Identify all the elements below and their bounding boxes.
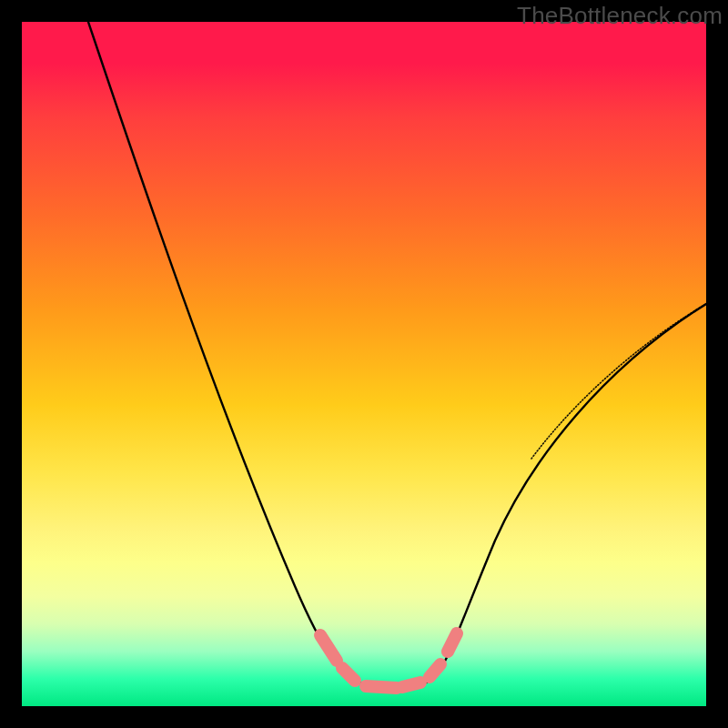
plot-area [22,22,706,706]
svg-line-5 [448,633,457,652]
svg-line-0 [320,635,337,661]
chart-frame: TheBottleneck.com [0,0,728,728]
watermark-text: TheBottleneck.com [517,2,723,30]
svg-line-2 [366,686,397,688]
curve-right-dotted [531,304,706,459]
svg-line-4 [430,664,440,677]
optimal-range-markers [320,633,457,688]
bottleneck-curve [88,22,706,690]
svg-line-3 [402,682,420,687]
bottleneck-curve-svg [22,22,706,706]
svg-line-1 [342,668,355,681]
